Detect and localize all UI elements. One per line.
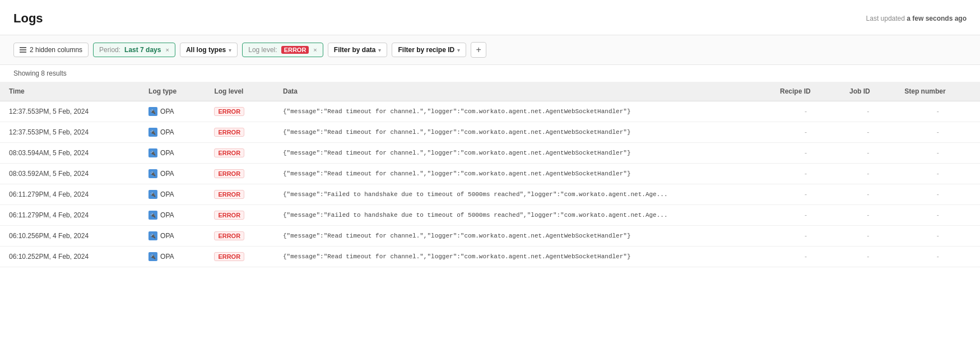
cell-job-id: - (840, 164, 895, 184)
cell-data: {"message":"Read timeout for channel.","… (274, 101, 771, 122)
opa-icon: 🔌 (148, 107, 157, 116)
cell-log-type: 🔌 OPA (140, 205, 205, 226)
cell-log-level: ERROR (205, 143, 274, 164)
opa-icon: 🔌 (148, 128, 157, 137)
cell-log-type: 🔌 OPA (140, 247, 205, 267)
filter-by-data-button[interactable]: Filter by data ▾ (328, 43, 388, 57)
table-row[interactable]: 06:10.252PM, 4 Feb, 2024 🔌 OPA ERROR {"m… (0, 247, 980, 267)
period-close-icon[interactable]: × (165, 47, 169, 53)
log-level-close-icon[interactable]: × (313, 47, 317, 53)
cell-recipe-id: - (771, 247, 840, 267)
table-row[interactable]: 08:03.594AM, 5 Feb, 2024 🔌 OPA ERROR {"m… (0, 143, 980, 164)
logs-table-wrapper: Time Log type Log level Data Recipe ID J… (0, 82, 980, 267)
cell-time: 06:10.252PM, 4 Feb, 2024 (0, 247, 140, 267)
log-types-chevron-icon: ▾ (229, 47, 231, 53)
cell-log-type: 🔌 OPA (140, 184, 205, 205)
cell-log-type: 🔌 OPA (140, 226, 205, 247)
log-level-badge: ERROR (214, 169, 244, 178)
period-value: Last 7 days (124, 46, 161, 54)
table-header: Time Log type Log level Data Recipe ID J… (0, 82, 980, 101)
cell-job-id: - (840, 101, 895, 122)
log-level-badge: ERROR (214, 190, 244, 199)
cell-recipe-id: - (771, 143, 840, 164)
table-row[interactable]: 12:37.553PM, 5 Feb, 2024 🔌 OPA ERROR {"m… (0, 101, 980, 122)
log-type-value: OPA (160, 170, 174, 178)
cell-job-id: - (840, 184, 895, 205)
cell-step-number: - (895, 184, 980, 205)
log-types-value: All log types (186, 46, 226, 54)
cell-log-level: ERROR (205, 247, 274, 267)
cell-log-level: ERROR (205, 184, 274, 205)
cell-job-id: - (840, 226, 895, 247)
cell-data: {"message":"Read timeout for channel.","… (274, 143, 771, 164)
log-level-value: ERROR (281, 46, 309, 54)
col-header-data: Data (274, 82, 771, 101)
hidden-columns-button[interactable]: 2 hidden columns (13, 43, 89, 57)
cell-step-number: - (895, 226, 980, 247)
cell-log-type: 🔌 OPA (140, 143, 205, 164)
cell-job-id: - (840, 122, 895, 143)
cell-step-number: - (895, 164, 980, 184)
last-updated-text: Last updated a few seconds ago (866, 15, 967, 22)
log-level-badge: ERROR (214, 211, 244, 220)
log-level-badge: ERROR (214, 231, 244, 240)
log-type-value: OPA (160, 108, 174, 115)
log-types-filter-button[interactable]: All log types ▾ (180, 43, 238, 57)
log-level-badge: ERROR (214, 148, 244, 157)
cell-time: 08:03.594AM, 5 Feb, 2024 (0, 143, 140, 164)
cell-log-type: 🔌 OPA (140, 164, 205, 184)
add-filter-icon: + (476, 45, 481, 55)
cell-log-type: 🔌 OPA (140, 122, 205, 143)
table-row[interactable]: 12:37.553PM, 5 Feb, 2024 🔌 OPA ERROR {"m… (0, 122, 980, 143)
cell-log-level: ERROR (205, 122, 274, 143)
cell-log-level: ERROR (205, 205, 274, 226)
add-filter-button[interactable]: + (471, 42, 486, 58)
table-row[interactable]: 06:10.256PM, 4 Feb, 2024 🔌 OPA ERROR {"m… (0, 226, 980, 247)
log-level-filter-button[interactable]: Log level: ERROR × (242, 43, 323, 57)
cell-data: {"message":"Read timeout for channel.","… (274, 164, 771, 184)
hidden-columns-label: 2 hidden columns (30, 46, 82, 54)
cell-job-id: - (840, 205, 895, 226)
period-label: Period: (99, 46, 120, 54)
toolbar: 2 hidden columns Period: Last 7 days × A… (0, 35, 980, 65)
opa-icon: 🔌 (148, 211, 157, 220)
cell-log-type: 🔌 OPA (140, 101, 205, 122)
cell-job-id: - (840, 143, 895, 164)
cell-data: {"message":"Failed to handshake due to t… (274, 184, 771, 205)
opa-icon: 🔌 (148, 231, 157, 240)
opa-icon: 🔌 (148, 169, 157, 178)
log-type-value: OPA (160, 149, 174, 157)
page-header: Logs Last updated a few seconds ago (0, 0, 980, 35)
table-row[interactable]: 08:03.592AM, 5 Feb, 2024 🔌 OPA ERROR {"m… (0, 164, 980, 184)
columns-icon (20, 47, 26, 53)
opa-icon: 🔌 (148, 148, 157, 157)
logs-table: Time Log type Log level Data Recipe ID J… (0, 82, 980, 267)
cell-log-level: ERROR (205, 226, 274, 247)
cell-data: {"message":"Read timeout for channel.","… (274, 226, 771, 247)
log-type-value: OPA (160, 211, 174, 219)
filter-recipe-chevron-icon: ▾ (457, 47, 460, 53)
cell-step-number: - (895, 205, 980, 226)
log-level-label: Log level: (248, 46, 277, 54)
cell-time: 06:11.279PM, 4 Feb, 2024 (0, 205, 140, 226)
cell-log-level: ERROR (205, 101, 274, 122)
cell-log-level: ERROR (205, 164, 274, 184)
table-body: 12:37.553PM, 5 Feb, 2024 🔌 OPA ERROR {"m… (0, 101, 980, 267)
col-header-recipe-id: Recipe ID (771, 82, 840, 101)
cell-recipe-id: - (771, 122, 840, 143)
cell-recipe-id: - (771, 101, 840, 122)
log-level-badge: ERROR (214, 128, 244, 137)
cell-data: {"message":"Failed to handshake due to t… (274, 205, 771, 226)
log-type-value: OPA (160, 128, 174, 136)
log-level-badge: ERROR (214, 107, 244, 116)
filter-by-recipe-button[interactable]: Filter by recipe ID ▾ (392, 43, 466, 57)
period-filter-button[interactable]: Period: Last 7 days × (93, 43, 175, 57)
cell-data: {"message":"Read timeout for channel.","… (274, 247, 771, 267)
table-row[interactable]: 06:11.279PM, 4 Feb, 2024 🔌 OPA ERROR {"m… (0, 205, 980, 226)
cell-step-number: - (895, 247, 980, 267)
cell-step-number: - (895, 122, 980, 143)
cell-time: 12:37.553PM, 5 Feb, 2024 (0, 122, 140, 143)
cell-time: 08:03.592AM, 5 Feb, 2024 (0, 164, 140, 184)
table-row[interactable]: 06:11.279PM, 4 Feb, 2024 🔌 OPA ERROR {"m… (0, 184, 980, 205)
opa-icon: 🔌 (148, 190, 157, 199)
